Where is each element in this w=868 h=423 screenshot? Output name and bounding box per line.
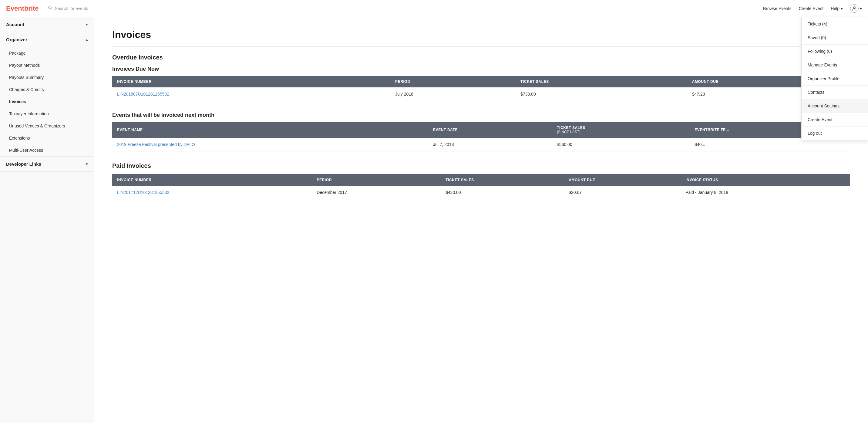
sidebar-account-section: Account ▾ <box>0 17 94 32</box>
paid-col-ticket-sales: Ticket Sales <box>441 174 564 186</box>
main-content: Invoices Overdue Invoices Invoices Due N… <box>94 17 868 423</box>
table-row: LIN201712U101281255532 December 2017 $43… <box>112 186 850 199</box>
header: Eventbrite Search for events Browse Even… <box>0 0 868 17</box>
paid-invoice-number[interactable]: LIN201712U101281255532 <box>112 186 312 199</box>
sidebar-developer-section: Developer Links ▾ <box>0 157 94 172</box>
table-row: 2019 Freeze Festival presented by DFLO J… <box>112 138 850 151</box>
page-title: Invoices <box>112 29 850 47</box>
help-label: Help <box>831 6 839 11</box>
developer-chevron-down-icon: ▾ <box>86 162 88 166</box>
next-month-heading: Events that will be invoiced next month <box>112 112 850 118</box>
dropdown-account-settings[interactable]: Account Settings <box>802 99 868 113</box>
dropdown-organizer-profile[interactable]: Organizer Profile <box>802 72 868 86</box>
user-avatar-icon <box>850 4 859 13</box>
sidebar-organizer-section: Organizer ▴ Package Payout Methods Payou… <box>0 32 94 157</box>
dropdown-manage-events[interactable]: Manage Events <box>802 58 868 72</box>
sidebar-organizer-label: Organizer <box>6 37 27 42</box>
paid-ticket-sales: $430.00 <box>441 186 564 199</box>
dropdown-saved[interactable]: Saved (0) <box>802 31 868 44</box>
sidebar-account-header[interactable]: Account ▾ <box>0 17 94 32</box>
dropdown-contacts[interactable]: Contacts <box>802 86 868 99</box>
sidebar-item-taxpayer-info[interactable]: Taxpayer Information <box>0 108 94 120</box>
sidebar-item-charges-credits[interactable]: Charges & Credits <box>0 84 94 96</box>
sidebar: Account ▾ Organizer ▴ Package Payout Met… <box>0 17 94 423</box>
sidebar-organizer-header[interactable]: Organizer ▴ <box>0 32 94 47</box>
page-layout: Account ▾ Organizer ▴ Package Payout Met… <box>0 17 868 423</box>
account-chevron-down-icon: ▾ <box>86 23 88 27</box>
due-now-invoice-number[interactable]: LIN201807U101281255532 <box>112 87 390 101</box>
next-month-event-date: Jul 7, 2018 <box>428 138 552 151</box>
sidebar-account-label: Account <box>6 22 24 27</box>
create-event-link[interactable]: Create Event <box>799 6 824 11</box>
svg-point-2 <box>854 7 855 8</box>
browse-events-link[interactable]: Browse Events <box>763 6 791 11</box>
paid-amount: $20.67 <box>564 186 681 199</box>
help-menu[interactable]: Help ▾ <box>831 6 843 11</box>
sidebar-item-unused-venues[interactable]: Unused Venues & Organizers <box>0 120 94 132</box>
next-month-event-name[interactable]: 2019 Freeze Festival presented by DFLO <box>112 138 428 151</box>
paid-col-invoice: Invoice Number <box>112 174 312 186</box>
search-bar[interactable]: Search for events <box>45 4 142 13</box>
sidebar-item-invoices[interactable]: Invoices <box>0 96 94 108</box>
sidebar-developer-label: Developer Links <box>6 161 41 167</box>
due-now-ticket-sales: $738.00 <box>516 87 687 101</box>
next-month-col-date: Event Date <box>428 122 552 138</box>
next-month-col-ticket-sales: TICKET SALES(SINCE LAST) <box>552 122 690 138</box>
due-now-heading: Invoices Due Now <box>112 66 850 72</box>
user-dropdown-menu: Tickets (4) Saved (0) Following (0) Mana… <box>801 17 868 140</box>
due-now-table: Invoice Number Period Ticket Sales Amoun… <box>112 76 850 101</box>
help-chevron-icon: ▾ <box>841 6 843 11</box>
user-chevron-icon: ▾ <box>860 6 862 11</box>
sidebar-item-multi-user[interactable]: Multi-User Access <box>0 144 94 156</box>
sidebar-item-package[interactable]: Package <box>0 47 94 59</box>
sidebar-item-payout-methods[interactable]: Payout Methods <box>0 59 94 71</box>
paid-table: Invoice Number Period Ticket Sales Amoun… <box>112 174 850 199</box>
paid-col-status: Invoice Status <box>681 174 850 186</box>
due-now-period: July 2018 <box>390 87 516 101</box>
overdue-invoices-heading: Overdue Invoices <box>112 54 850 61</box>
search-placeholder: Search for events <box>55 6 88 11</box>
next-month-table: Event Name Event Date TICKET SALES(SINCE… <box>112 122 850 151</box>
dropdown-following[interactable]: Following (0) <box>802 44 868 58</box>
sidebar-item-payouts-summary[interactable]: Payouts Summary <box>0 71 94 84</box>
user-menu[interactable]: ▾ <box>850 4 862 13</box>
paid-status: Paid - January 8, 2018 <box>681 186 850 199</box>
due-now-col-period: Period <box>390 76 516 87</box>
paid-invoices-heading: Paid Invoices <box>112 162 850 169</box>
logo[interactable]: Eventbrite <box>6 5 39 12</box>
dropdown-tickets[interactable]: Tickets (4) <box>802 17 868 31</box>
header-nav: Browse Events Create Event Help ▾ ▾ <box>763 4 862 13</box>
sidebar-item-extensions[interactable]: Extensions <box>0 132 94 144</box>
paid-col-amount: Amount Due <box>564 174 681 186</box>
paid-col-period: Period <box>312 174 441 186</box>
table-row: LIN201807U101281255532 July 2018 $738.00… <box>112 87 850 101</box>
due-now-col-ticket-sales: Ticket Sales <box>516 76 687 87</box>
sidebar-developer-header[interactable]: Developer Links ▾ <box>0 157 94 172</box>
dropdown-create-event[interactable]: Create Event <box>802 113 868 126</box>
paid-period: December 2017 <box>312 186 441 199</box>
search-icon <box>48 6 53 11</box>
next-month-ticket-sales: $560.00 <box>552 138 690 151</box>
next-month-col-event: Event Name <box>112 122 428 138</box>
svg-line-1 <box>51 8 52 10</box>
due-now-col-invoice: Invoice Number <box>112 76 390 87</box>
dropdown-logout[interactable]: Log out <box>802 126 868 140</box>
organizer-chevron-up-icon: ▴ <box>86 38 88 42</box>
